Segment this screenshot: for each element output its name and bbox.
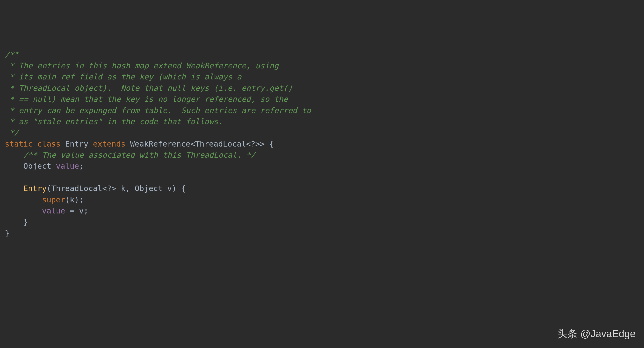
indent-guide — [5, 161, 23, 171]
indent-guide — [5, 184, 23, 193]
keyword-extends: extends — [93, 139, 126, 148]
angle-bracket: > — [255, 139, 260, 148]
comma: , — [126, 184, 130, 193]
brace-close: } — [23, 217, 28, 227]
argument: k — [70, 195, 74, 204]
field-value: value — [56, 161, 79, 171]
javadoc-comment: * entry can be expunged from table. Such… — [5, 106, 311, 115]
field-value: value — [42, 206, 65, 215]
angle-bracket: < — [190, 139, 195, 148]
param-name: k — [116, 184, 126, 193]
type-threadlocal: ThreadLocal — [195, 139, 246, 148]
type-object: Object — [23, 161, 51, 171]
semicolon: ; — [84, 206, 88, 215]
javadoc-comment: /** The value associated with this Threa… — [23, 150, 255, 160]
paren-open: ( — [46, 184, 51, 193]
keyword-class: class — [37, 139, 60, 148]
param-name: v — [162, 184, 172, 193]
indent-guide — [5, 217, 23, 227]
javadoc-comment: * its main ref field as the key (which i… — [5, 72, 242, 81]
indent-guide — [5, 206, 42, 215]
angle-bracket: > — [112, 184, 116, 193]
semicolon: ; — [79, 161, 84, 171]
brace-open: { — [265, 139, 274, 148]
type-weakreference: WeakReference — [130, 139, 190, 148]
wildcard: ? — [107, 184, 112, 193]
indent-guide — [5, 195, 42, 204]
indent-guide — [5, 150, 23, 160]
class-name-entry: Entry — [65, 139, 88, 148]
variable: v — [79, 206, 84, 215]
brace-close: } — [5, 229, 10, 238]
equals: = — [65, 206, 79, 215]
param-type: ThreadLocal — [51, 184, 102, 193]
constructor-name: Entry — [23, 184, 46, 193]
javadoc-comment: * as "stale entries" in the code that fo… — [5, 117, 223, 126]
param-type: Object — [130, 184, 162, 193]
javadoc-comment: /** — [5, 50, 19, 59]
javadoc-comment: * The entries in this hash map extend We… — [5, 61, 279, 70]
javadoc-comment: */ — [5, 128, 19, 137]
semicolon: ; — [79, 195, 84, 204]
angle-bracket: < — [246, 139, 251, 148]
angle-bracket: < — [102, 184, 107, 193]
javadoc-comment: * == null) mean that the key is no longe… — [5, 95, 288, 104]
paren-open: ( — [65, 195, 70, 204]
keyword-static: static — [5, 139, 33, 148]
paren-close: ) — [172, 184, 176, 193]
code-editor[interactable]: /** * The entries in this hash map exten… — [5, 49, 639, 239]
angle-bracket: > — [260, 139, 265, 148]
wildcard: ? — [251, 139, 255, 148]
paren-close: ) — [74, 195, 79, 204]
keyword-super: super — [42, 195, 65, 204]
brace-open: { — [176, 184, 186, 193]
javadoc-comment: * ThreadLocal object). Note that null ke… — [5, 83, 292, 93]
watermark-text: 头条 @JavaEdge — [557, 327, 636, 341]
